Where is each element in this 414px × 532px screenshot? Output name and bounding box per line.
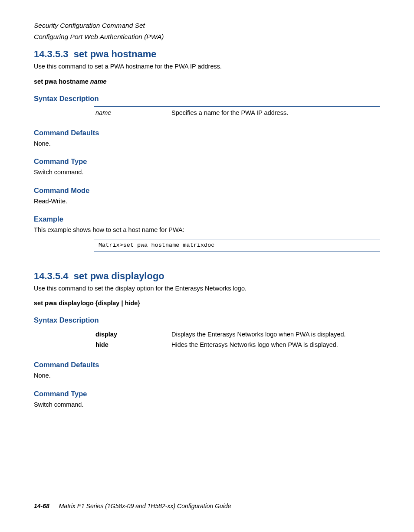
section-name: set pwa hostname <box>74 49 157 59</box>
command-mode-heading: Command Mode <box>34 186 380 195</box>
page-footer: 14-68 Matrix E1 Series (1G58x-09 and 1H5… <box>34 503 231 509</box>
command-defaults-heading-2: Command Defaults <box>34 361 380 369</box>
command-type-heading: Command Type <box>34 157 380 166</box>
section1-description: Use this command to set a PWA hostname f… <box>34 62 380 71</box>
example-heading: Example <box>34 215 380 223</box>
header-subsection: Configuring Port Web Authentication (PWA… <box>34 33 380 41</box>
page-number: 14-68 <box>34 503 49 509</box>
command-type-text: Switch command. <box>34 168 380 177</box>
syntax-description-table-2: display Displays the Enterasys Networks … <box>94 328 380 351</box>
syntax-description-heading: Syntax Description <box>34 95 380 103</box>
command-mode-text: Read-Write. <box>34 197 380 206</box>
command-type-text-2: Switch command. <box>34 401 380 409</box>
param-name: name <box>95 109 171 116</box>
section1-syntax: set pwa hostname name <box>34 78 380 85</box>
table-row: name Specifies a name for the PWA IP add… <box>94 107 380 119</box>
option-hide-description: Hides the Enterasys Networks logo when P… <box>171 341 378 348</box>
table-row: display Displays the Enterasys Networks … <box>94 328 380 340</box>
command-defaults-heading: Command Defaults <box>34 129 380 137</box>
option-hide: hide <box>95 341 171 348</box>
example-code-block: Matrix>set pwa hostname matrixdoc <box>94 239 380 251</box>
param-description: Specifies a name for the PWA IP address. <box>171 109 378 116</box>
command-type-heading-2: Command Type <box>34 390 380 398</box>
table-row: hide Hides the Enterasys Networks logo w… <box>94 340 380 351</box>
section-title-set-pwa-hostname: 14.3.5.3 set pwa hostname <box>34 49 380 60</box>
section-name: set pwa displaylogo <box>74 271 164 281</box>
example-text: This example shows how to set a host nam… <box>34 226 380 235</box>
section-number: 14.3.5.4 <box>34 271 69 281</box>
option-display: display <box>95 331 171 338</box>
section2-syntax: set pwa displaylogo {display | hide} <box>34 300 380 307</box>
syntax-description-table: name Specifies a name for the PWA IP add… <box>94 106 380 119</box>
section-number: 14.3.5.3 <box>34 49 69 59</box>
section2-description: Use this command to set the display opti… <box>34 284 380 293</box>
header-rule <box>34 31 380 31</box>
command-defaults-text: None. <box>34 140 380 148</box>
syntax-description-heading-2: Syntax Description <box>34 316 380 324</box>
header-chapter: Security Configuration Command Set <box>34 22 380 29</box>
footer-title: Matrix E1 Series (1G58x-09 and 1H582-xx)… <box>59 503 231 509</box>
option-display-description: Displays the Enterasys Networks logo whe… <box>171 331 378 338</box>
command-defaults-text-2: None. <box>34 372 380 380</box>
section-title-set-pwa-displaylogo: 14.3.5.4 set pwa displaylogo <box>34 271 380 282</box>
